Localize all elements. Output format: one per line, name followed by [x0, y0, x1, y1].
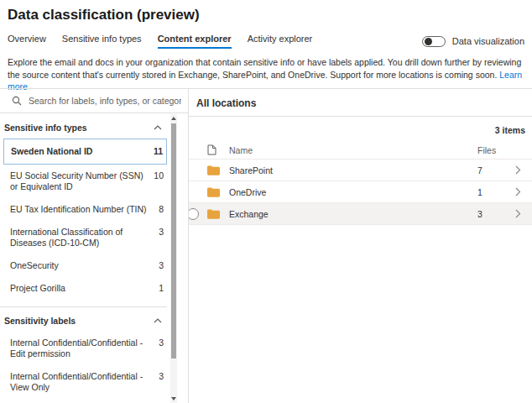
toggle-label: Data visualization — [452, 36, 524, 46]
sidebar-item-eu-ssn[interactable]: EU Social Security Number (SSN) or Equiv… — [0, 165, 167, 198]
chevron-right-icon[interactable] — [503, 187, 532, 196]
chevron-right-icon[interactable] — [503, 165, 532, 175]
sidebar-item-sweden-national-id[interactable]: Sweden National ID 11 — [3, 139, 167, 165]
item-count: 3 — [159, 371, 164, 382]
folder-icon — [207, 209, 229, 219]
sidebar-item-onesecurity[interactable]: OneSecurity 3 — [0, 254, 167, 277]
item-count: 3 — [159, 338, 164, 348]
sidebar-list: Sensitive info types Sweden National ID … — [0, 114, 188, 403]
tab-sensitive-info-types[interactable]: Sensitive info types — [62, 34, 142, 49]
items-count: 3 items — [189, 117, 532, 141]
sidebar-item-eu-tin[interactable]: EU Tax Identification Number (TIN) 8 — [0, 198, 167, 221]
item-label: Project Gorilla — [10, 283, 159, 294]
section-header-sensitive-info-types[interactable]: Sensitive info types — [0, 114, 167, 139]
location-files-count: 1 — [470, 187, 503, 197]
item-label: International Classification of Diseases… — [10, 227, 159, 249]
tab-content-explorer[interactable]: Content explorer — [158, 34, 232, 49]
locations-panel-title: All locations — [189, 89, 532, 117]
location-row-sharepoint[interactable]: SharePoint 7 — [189, 160, 532, 181]
location-files-count: 3 — [470, 209, 503, 219]
location-row-onedrive[interactable]: OneDrive 1 — [189, 181, 532, 203]
toggle-knob — [425, 38, 432, 45]
sidebar-item-secret-credit-card[interactable]: Internal Secret/Credit Card Info (auto) … — [0, 399, 167, 403]
section-header-sensitivity-labels[interactable]: Sensitivity labels — [0, 307, 167, 332]
location-name: OneDrive — [229, 187, 470, 197]
chevron-up-icon — [154, 318, 162, 323]
tab-activity-explorer[interactable]: Activity explorer — [248, 34, 313, 49]
chevron-right-icon[interactable] — [503, 209, 532, 218]
file-type-column-icon — [207, 144, 229, 155]
location-files-count: 7 — [470, 165, 503, 175]
item-label: EU Tax Identification Number (TIN) — [10, 204, 159, 215]
item-label: Sweden National ID — [11, 146, 154, 157]
sidebar-item-icd-10-cm[interactable]: International Classification of Diseases… — [0, 221, 167, 254]
section-sensitive-info-types: Sensitive info types Sweden National ID … — [0, 114, 167, 300]
search-icon — [12, 96, 22, 106]
column-header-name[interactable]: Name — [229, 145, 470, 155]
item-count: 3 — [159, 260, 164, 271]
section-title: Sensitive info types — [4, 123, 87, 133]
tab-bar: Overview Sensitive info types Content ex… — [8, 34, 524, 49]
scrollbar-thumb[interactable] — [171, 123, 176, 359]
section-title: Sensitivity labels — [4, 316, 76, 326]
sidebar-item-project-gorilla[interactable]: Project Gorilla 1 — [0, 277, 167, 300]
description-text: Explore the email and docs in your organ… — [8, 57, 521, 80]
chevron-up-icon — [154, 125, 162, 130]
location-name: SharePoint — [229, 165, 470, 175]
sidebar-item-conf-edit-permission[interactable]: Internal Confidential/Confidential - Edi… — [0, 332, 167, 365]
scrollbar-down-arrow[interactable] — [170, 395, 177, 403]
item-label: Internal Confidential/Confidential - Edi… — [10, 338, 159, 359]
tab-overview[interactable]: Overview — [8, 34, 46, 49]
section-sensitivity-labels: Sensitivity labels Internal Confidential… — [0, 306, 167, 403]
item-label: OneSecurity — [10, 260, 159, 271]
location-name: Exchange — [229, 209, 470, 219]
sidebar-item-conf-view-only[interactable]: Internal Confidential/Confidential - Vie… — [0, 365, 167, 399]
item-count: 10 — [154, 170, 164, 181]
locations-panel: All locations 3 items Name Files SharePo… — [189, 89, 532, 403]
folder-icon — [207, 165, 229, 175]
data-visualization-toggle-group: Data visualization — [422, 36, 524, 47]
row-select-radio[interactable] — [189, 208, 199, 220]
folder-icon — [207, 187, 229, 197]
item-count: 11 — [154, 146, 163, 157]
location-row-exchange[interactable]: Exchange 3 — [189, 203, 532, 225]
item-label: Internal Confidential/Confidential - Vie… — [10, 371, 159, 393]
content-area: Sensitive info types Sweden National ID … — [0, 88, 532, 403]
page-title: Data classification (preview) — [8, 7, 532, 24]
filters-sidebar: Sensitive info types Sweden National ID … — [0, 89, 189, 403]
search-box — [0, 89, 188, 113]
sidebar-scrollbar — [170, 114, 177, 403]
item-count: 1 — [159, 283, 164, 294]
item-count: 8 — [159, 204, 164, 215]
data-visualization-toggle[interactable] — [422, 36, 446, 47]
locations-table-header: Name Files — [189, 141, 532, 160]
column-header-files[interactable]: Files — [470, 145, 503, 155]
item-count: 3 — [159, 227, 164, 238]
search-input[interactable] — [29, 96, 181, 106]
scrollbar-up-arrow[interactable] — [170, 114, 177, 123]
page-description: Explore the email and docs in your organ… — [8, 56, 524, 93]
item-label: EU Social Security Number (SSN) or Equiv… — [10, 170, 154, 192]
